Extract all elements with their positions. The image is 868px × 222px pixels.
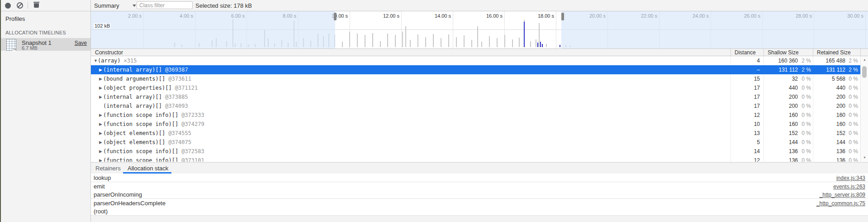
column-header-constructor[interactable]: Constructor	[95, 49, 123, 56]
stack-frame-name: parserOnIncoming	[94, 191, 142, 198]
heap-object-table[interactable]: ▼(array)×3154160 3602 %165 4882 %▶(inter…	[91, 56, 868, 162]
tree-expand-icon[interactable]: ▶	[99, 92, 102, 101]
table-row[interactable]: ▶(function scope info)[]@374279101600 %1…	[91, 120, 868, 129]
source-location-link[interactable]: _http_server.js:809	[820, 192, 865, 198]
column-header-shallow-size[interactable]: Shallow Size	[768, 49, 799, 56]
source-location-link[interactable]: events.js:263	[833, 183, 865, 190]
tree-expand-icon[interactable]: ▶	[99, 111, 102, 120]
constructor-name: (array)×315	[98, 56, 137, 65]
selected-size-label: Selected size: 178 kB	[195, 2, 252, 9]
tree-expand-icon[interactable]: ▶	[99, 129, 102, 138]
allocation-bar	[540, 42, 541, 47]
shallow-size-cell: 136	[764, 156, 798, 162]
shallow-pct-cell: 0 %	[798, 74, 811, 83]
stack-frame-name: lookup	[94, 174, 111, 181]
scroll-up-icon[interactable]: ▲	[861, 58, 868, 61]
source-location-link[interactable]: _http_common.js:75	[816, 200, 865, 207]
column-header-retained-size[interactable]: Retained Size	[817, 49, 851, 56]
object-id: @374279	[181, 121, 204, 127]
tree-expand-icon[interactable]: ▶	[99, 120, 102, 129]
record-heap-icon[interactable]	[5, 3, 11, 9]
retained-pct-cell: 0 %	[845, 138, 858, 147]
allocation-timeline-overview[interactable]: 2.00 s4.00 s6.00 s8.00 s10.00 s12.00 s14…	[91, 11, 868, 49]
table-row[interactable]: ▶(bound arguments)[]@37361115320 %5 5680…	[91, 74, 868, 83]
retained-size-cell: 5 568	[813, 74, 845, 83]
allocation-bar	[519, 38, 520, 47]
allocation-bar	[402, 32, 403, 47]
allocation-bar	[542, 44, 543, 47]
timeline-gridline	[401, 11, 402, 48]
shallow-size-cell: 160	[764, 111, 798, 120]
constructor-name: (function scope info)[]@373101	[103, 156, 204, 162]
table-row[interactable]: ▶(function scope info)[]@372583141360 %1…	[91, 147, 868, 156]
allocation-bar	[349, 32, 350, 47]
tree-expand-icon[interactable]: ▶	[99, 147, 102, 156]
distance-cell: 17	[730, 92, 760, 101]
time-tick-label: 16.00 s	[468, 13, 503, 19]
table-row[interactable]: ▶(object elements)[]@374555131520 %1520 …	[91, 129, 868, 138]
time-tick-label: 12.00 s	[365, 13, 399, 19]
allocation-bar	[417, 34, 418, 47]
retained-size-cell: 160	[813, 111, 845, 120]
save-link[interactable]: Save	[75, 40, 87, 46]
tree-expand-icon[interactable]: ▶	[99, 83, 102, 92]
shallow-pct-cell: 0 %	[798, 120, 811, 129]
trash-icon[interactable]	[33, 2, 39, 9]
table-row[interactable]: ▼(array)×3154160 3602 %165 4882 %	[91, 56, 868, 65]
table-row[interactable]: ▶(function scope info)[]@372333121600 %1…	[91, 111, 868, 120]
constructor-name: (bound arguments)[]@373611	[103, 74, 191, 83]
selection-handle-right[interactable]	[561, 13, 564, 20]
selection-handle-left[interactable]	[334, 13, 337, 20]
distance-cell: 14	[730, 147, 760, 156]
snapshot-size: 6.7 MB	[22, 45, 38, 51]
shallow-pct-cell: 0 %	[798, 92, 811, 101]
retained-pct-cell: 0 %	[845, 92, 858, 101]
object-id: @372583	[181, 148, 204, 154]
shallow-size-cell: 440	[764, 83, 798, 92]
shallow-pct-cell: 0 %	[798, 83, 811, 92]
table-scrollbar[interactable]: ▲ ▼	[860, 56, 868, 162]
sidebar-item-snapshot-1[interactable]: % Snapshot 1 6.7 MB Save	[0, 38, 90, 51]
tree-expand-icon[interactable]: ▶	[99, 74, 102, 83]
shallow-size-cell: 131 112	[764, 65, 798, 74]
object-id: @373885	[165, 94, 188, 100]
timeline-gridline	[556, 11, 556, 48]
table-row[interactable]: (internal array)[]@374093172000 %2000 %	[91, 101, 868, 111]
column-header-distance[interactable]: Distance	[735, 49, 756, 56]
clear-all-icon[interactable]	[17, 2, 23, 9]
stack-frame-row: emitevents.js:263	[91, 182, 868, 191]
tree-expand-icon[interactable]: ▶	[99, 138, 102, 147]
stack-frame-row: lookupindex.js:343	[91, 174, 868, 182]
allocation-bar	[365, 35, 365, 47]
shallow-pct-cell: 0 %	[798, 147, 811, 156]
table-row[interactable]: ▶(object elements)[]@37407551440 %1440 %	[91, 138, 868, 147]
scrollbar-thumb[interactable]	[862, 66, 867, 78]
allocation-bar	[536, 39, 536, 47]
distance-cell: 13	[730, 129, 760, 138]
allocation-bar	[489, 36, 490, 47]
distance-cell: 12	[730, 111, 760, 120]
tab-allocation-stack[interactable]: Allocation stack	[128, 165, 168, 172]
allocation-bar	[448, 34, 449, 47]
allocation-bar	[497, 38, 498, 47]
perspective-dropdown[interactable]: Summary	[94, 2, 136, 9]
allocation-bar	[395, 35, 396, 47]
table-row[interactable]: ▶(internal array)[]@369387–131 1122 %131…	[91, 65, 868, 74]
object-id: @374075	[168, 139, 191, 145]
table-row[interactable]: ▶(object properties)[]@371121174400 %440…	[91, 83, 868, 92]
source-location-link[interactable]: index.js:343	[836, 175, 865, 181]
perspective-dropdown-label: Summary	[94, 2, 119, 9]
tab-retainers[interactable]: Retainers	[95, 165, 121, 172]
table-row[interactable]: ▶(internal array)[]@373885172000 %2000 %	[91, 92, 868, 101]
tree-collapse-icon[interactable]: ▼	[94, 56, 98, 65]
shallow-size-cell: 32	[764, 74, 798, 83]
retained-size-cell: 144	[813, 138, 845, 147]
tree-expand-icon[interactable]: ▶	[99, 65, 102, 74]
object-id: @372333	[181, 112, 204, 118]
scroll-down-icon[interactable]: ▼	[861, 156, 868, 159]
table-row[interactable]: ▶(function scope info)[]@373101121360 %1…	[91, 156, 868, 162]
time-tick-label: 18.00 s	[520, 13, 554, 19]
tree-expand-icon[interactable]: ▶	[99, 156, 102, 162]
class-filter-input[interactable]	[137, 1, 193, 9]
retained-pct-cell: 0 %	[845, 120, 858, 129]
